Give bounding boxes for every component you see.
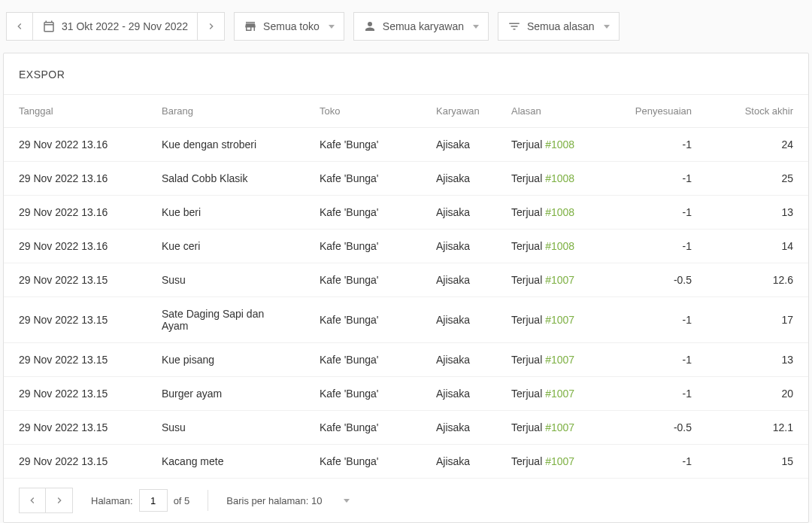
divider [208, 490, 208, 511]
cell-employee: Ajisaka [421, 263, 496, 297]
chevron-left-icon [26, 494, 38, 506]
reason-filter-button[interactable]: Semua alasan [498, 12, 620, 41]
table-row[interactable]: 29 Nov 2022 13.15Burger ayamKafe 'Bunga'… [4, 377, 808, 411]
cell-stock: 12.1 [707, 411, 808, 445]
table-row[interactable]: 29 Nov 2022 13.15Kacang meteKafe 'Bunga'… [4, 445, 808, 479]
cell-reason: Terjual #1008 [496, 128, 617, 162]
date-prev-button[interactable] [6, 12, 33, 41]
cell-store: Kafe 'Bunga' [304, 377, 421, 411]
cell-stock: 13 [707, 196, 808, 230]
cell-date: 29 Nov 2022 13.16 [4, 230, 147, 263]
cell-date: 29 Nov 2022 13.15 [4, 263, 147, 297]
cell-adjustment: -1 [617, 343, 707, 377]
cell-item: Sate Daging Sapi dan Ayam [147, 297, 304, 343]
person-icon [363, 20, 377, 33]
reason-ref-link[interactable]: #1007 [545, 354, 574, 366]
store-filter-label: Semua toko [263, 20, 320, 32]
cell-store: Kafe 'Bunga' [304, 196, 421, 230]
pager-buttons [19, 488, 73, 513]
col-adjustment[interactable]: Penyesuaian [617, 95, 707, 128]
cell-employee: Ajisaka [421, 343, 496, 377]
cell-employee: Ajisaka [421, 196, 496, 230]
chevron-down-icon [344, 499, 350, 503]
cell-adjustment: -1 [617, 162, 707, 196]
col-date[interactable]: Tanggal [4, 95, 147, 128]
table-row[interactable]: 29 Nov 2022 13.16Kue dengan stroberiKafe… [4, 128, 808, 162]
reason-ref-link[interactable]: #1007 [545, 274, 574, 286]
reason-ref-link[interactable]: #1007 [545, 421, 574, 433]
reason-ref-link[interactable]: #1007 [545, 388, 574, 400]
toolbar: 31 Okt 2022 - 29 Nov 2022 Semua toko Sem… [0, 3, 812, 53]
cell-item: Kue pisang [147, 343, 304, 377]
page-of-label: of 5 [174, 495, 190, 506]
employee-filter-button[interactable]: Semua karyawan [353, 12, 489, 41]
cell-employee: Ajisaka [421, 297, 496, 343]
col-reason[interactable]: Alasan [496, 95, 617, 128]
cell-item: Kue beri [147, 196, 304, 230]
reason-ref-link[interactable]: #1007 [545, 455, 574, 467]
calendar-icon [42, 20, 56, 33]
rows-per-page-label: Baris per halaman: 10 [226, 495, 322, 506]
cell-reason: Terjual #1007 [496, 297, 617, 343]
cell-store: Kafe 'Bunga' [304, 343, 421, 377]
table-row[interactable]: 29 Nov 2022 13.16Kue beriKafe 'Bunga'Aji… [4, 196, 808, 230]
cell-stock: 13 [707, 343, 808, 377]
store-filter-button[interactable]: Semua toko [234, 12, 344, 41]
reason-ref-link[interactable]: #1007 [545, 314, 574, 326]
col-employee[interactable]: Karyawan [421, 95, 496, 128]
cell-employee: Ajisaka [421, 128, 496, 162]
cell-item: Kue dengan stroberi [147, 128, 304, 162]
col-store[interactable]: Toko [304, 95, 421, 128]
date-next-button[interactable] [198, 12, 225, 41]
table-row[interactable]: 29 Nov 2022 13.15SusuKafe 'Bunga'Ajisaka… [4, 411, 808, 445]
table-row[interactable]: 29 Nov 2022 13.16Kue ceriKafe 'Bunga'Aji… [4, 230, 808, 263]
reason-filter-label: Semua alasan [527, 20, 595, 32]
table-row[interactable]: 29 Nov 2022 13.15Sate Daging Sapi dan Ay… [4, 297, 808, 343]
col-item[interactable]: Barang [147, 95, 304, 128]
cell-employee: Ajisaka [421, 162, 496, 196]
page-input[interactable] [139, 489, 168, 512]
chevron-down-icon [329, 25, 335, 29]
cell-date: 29 Nov 2022 13.15 [4, 343, 147, 377]
cell-stock: 14 [707, 230, 808, 263]
store-icon [244, 20, 257, 33]
cell-adjustment: -0.5 [617, 411, 707, 445]
cell-item: Burger ayam [147, 377, 304, 411]
page-next-button[interactable] [46, 488, 73, 513]
stock-history-table: Tanggal Barang Toko Karyawan Alasan Peny… [4, 95, 808, 479]
reason-ref-link[interactable]: #1008 [545, 240, 574, 252]
cell-employee: Ajisaka [421, 377, 496, 411]
cell-employee: Ajisaka [421, 445, 496, 479]
reason-ref-link[interactable]: #1008 [545, 138, 574, 151]
date-range-button[interactable]: 31 Okt 2022 - 29 Nov 2022 [33, 12, 198, 41]
cell-item: Susu [147, 411, 304, 445]
rows-per-page-select[interactable]: Baris per halaman: 10 [226, 495, 349, 506]
cell-adjustment: -0.5 [617, 263, 707, 297]
cell-date: 29 Nov 2022 13.15 [4, 411, 147, 445]
cell-store: Kafe 'Bunga' [304, 297, 421, 343]
cell-date: 29 Nov 2022 13.16 [4, 196, 147, 230]
table-row[interactable]: 29 Nov 2022 13.16Salad Cobb KlasikKafe '… [4, 162, 808, 196]
cell-reason: Terjual #1008 [496, 230, 617, 263]
table-row[interactable]: 29 Nov 2022 13.15SusuKafe 'Bunga'Ajisaka… [4, 263, 808, 297]
page-prev-button[interactable] [19, 488, 46, 513]
cell-adjustment: -1 [617, 377, 707, 411]
cell-item: Salad Cobb Klasik [147, 162, 304, 196]
chevron-down-icon [604, 25, 610, 29]
cell-reason: Terjual #1007 [496, 263, 617, 297]
cell-item: Kacang mete [147, 445, 304, 479]
cell-store: Kafe 'Bunga' [304, 263, 421, 297]
chevron-left-icon [14, 20, 26, 32]
table-footer: Halaman: of 5 Baris per halaman: 10 [4, 479, 808, 522]
filter-icon [508, 20, 521, 33]
col-stock[interactable]: Stock akhir [707, 95, 808, 128]
cell-reason: Terjual #1007 [496, 377, 617, 411]
table-row[interactable]: 29 Nov 2022 13.15Kue pisangKafe 'Bunga'A… [4, 343, 808, 377]
reason-ref-link[interactable]: #1008 [545, 206, 574, 218]
cell-stock: 25 [707, 162, 808, 196]
reason-ref-link[interactable]: #1008 [545, 172, 574, 184]
chevron-down-icon [473, 25, 479, 29]
cell-stock: 17 [707, 297, 808, 343]
cell-store: Kafe 'Bunga' [304, 230, 421, 263]
export-button[interactable]: EXSPOR [19, 68, 65, 81]
